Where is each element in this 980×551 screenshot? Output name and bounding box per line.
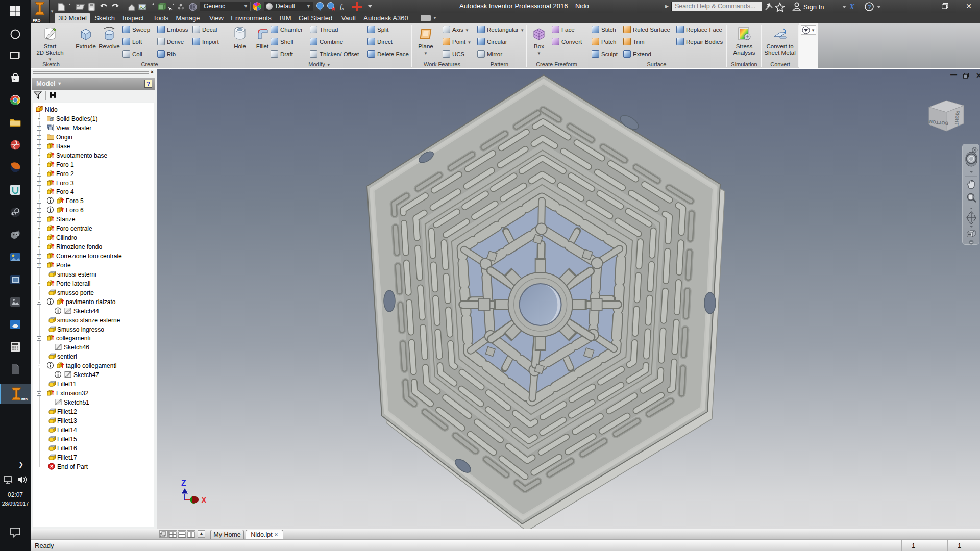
svg-text:X: X <box>201 496 207 505</box>
svg-text:*: * <box>11 480 13 485</box>
svg-text:?: ? <box>868 4 871 11</box>
svg-text:Z: Z <box>181 479 186 487</box>
svg-text:fx: fx <box>340 3 344 11</box>
svg-text:X: X <box>849 3 855 11</box>
svg-text:Sign In: Sign In <box>803 3 824 11</box>
